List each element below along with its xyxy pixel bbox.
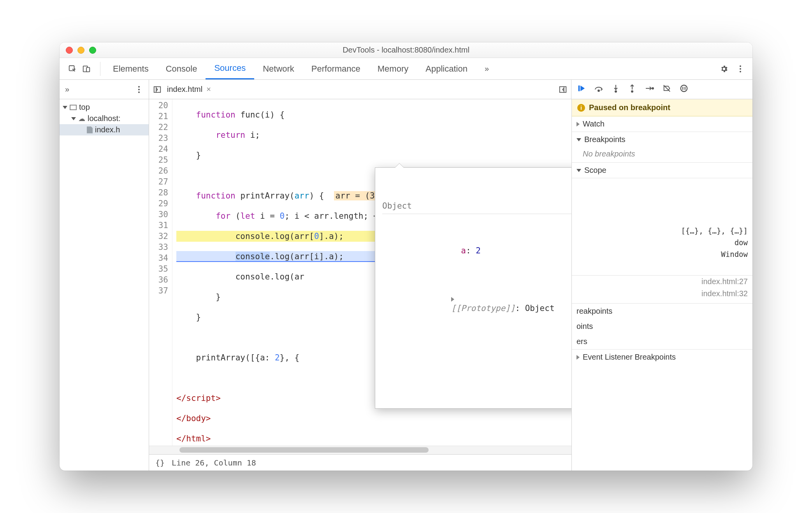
callstack-loc-1: index.html:32 (701, 289, 748, 298)
disclosure-triangle-icon (576, 122, 580, 126)
device-toolbar-icon[interactable] (82, 65, 91, 73)
annotation-arrow-icon (457, 150, 571, 225)
tab-console[interactable]: Console (157, 58, 206, 79)
debugger-panel: i Paused on breakpoint Watch Breakpoints… (571, 99, 752, 471)
file-tab-index[interactable]: index.html × (167, 85, 211, 94)
editor-statusbar: {} Line 26, Column 18 (149, 454, 571, 471)
tab-sources[interactable]: Sources (206, 58, 254, 79)
disclosure-triangle-icon (71, 117, 76, 120)
tab-elements[interactable]: Elements (104, 58, 157, 79)
toggle-navigator-icon[interactable] (153, 85, 162, 94)
breakpoints-empty: No breakpoints (572, 147, 752, 162)
tree-file-index[interactable]: index.h (60, 124, 149, 135)
panel-tabstrip: Elements Console Sources Network Perform… (60, 58, 752, 80)
scope-value-dow[interactable]: dow (572, 237, 752, 248)
tab-application[interactable]: Application (417, 58, 476, 79)
cursor-position: Line 26, Column 18 (172, 458, 256, 467)
main-area: top ☁ localhost: index.h 202122232425262… (60, 99, 752, 471)
breakpoints-label: Breakpoints (584, 135, 626, 144)
more-menu-icon[interactable] (736, 65, 745, 73)
svg-point-9 (652, 88, 654, 89)
disclosure-triangle-icon (576, 138, 581, 141)
titlebar: DevTools - localhost:8080/index.html (60, 42, 752, 58)
event-listener-breakpoints-header[interactable]: Event Listener Breakpoints (572, 349, 752, 365)
callstack-row-1[interactable]: index.html:32 (572, 288, 752, 300)
popup-proto-label: [[Prototype]] (451, 304, 515, 313)
popup-property-row[interactable]: a: 2 (382, 236, 571, 265)
toggle-debugger-icon[interactable] (559, 85, 567, 94)
tab-network[interactable]: Network (254, 58, 303, 79)
file-tab-close-icon[interactable]: × (206, 85, 211, 94)
popup-proto-val: Object (525, 304, 555, 313)
popup-prop-val: 2 (476, 246, 481, 255)
extra-section-1[interactable]: oints (572, 319, 752, 334)
watch-section-header[interactable]: Watch (572, 116, 752, 132)
svg-point-8 (631, 91, 633, 92)
tree-top-frame[interactable]: top (60, 102, 149, 113)
disclosure-triangle-icon (576, 169, 581, 172)
code-lines[interactable]: function func(i) { return i; } function … (172, 99, 571, 446)
disclosure-triangle-icon (63, 106, 67, 109)
file-icon (87, 126, 93, 134)
devtools-window: DevTools - localhost:8080/index.html Ele… (60, 42, 752, 471)
tree-file-label: index.h (95, 125, 120, 134)
popup-prop-key: a (461, 246, 466, 255)
frame-icon (70, 105, 77, 110)
paused-text: Paused on breakpoint (589, 103, 670, 112)
svg-rect-5 (578, 86, 580, 91)
info-icon: i (577, 104, 585, 112)
tree-top-label: top (79, 103, 90, 112)
tabs-overflow-button[interactable]: » (476, 58, 497, 79)
tree-host-label: localhost: (88, 114, 121, 123)
navigator-menu-icon[interactable] (135, 85, 143, 94)
pause-on-exceptions-icon[interactable] (680, 84, 688, 95)
step-out-icon[interactable] (628, 84, 636, 95)
extra-section-0[interactable]: reakpoints (572, 304, 752, 319)
scope-label: Scope (584, 166, 606, 175)
svg-point-10 (681, 85, 687, 92)
window-title: DevTools - localhost:8080/index.html (60, 46, 752, 54)
tab-performance[interactable]: Performance (303, 58, 369, 79)
inspect-element-icon[interactable] (68, 65, 77, 73)
sources-toolbar: » index.html × (60, 80, 752, 99)
horizontal-scrollbar[interactable] (149, 446, 571, 454)
svg-rect-2 (86, 67, 90, 72)
tab-memory[interactable]: Memory (369, 58, 417, 79)
cloud-icon: ☁ (78, 114, 85, 123)
step-over-icon[interactable] (594, 84, 603, 94)
resume-script-icon[interactable] (577, 84, 585, 95)
settings-gear-icon[interactable] (720, 65, 728, 73)
scope-value-arr[interactable]: [{…}, {…}, {…}] (572, 225, 752, 237)
disclosure-triangle-icon (451, 297, 454, 302)
scrollbar-thumb[interactable] (179, 447, 429, 453)
divider (100, 62, 100, 76)
popup-prototype-row[interactable]: [[Prototype]]: Object (382, 284, 571, 323)
pretty-print-icon[interactable]: {} (155, 458, 165, 467)
step-into-icon[interactable] (612, 84, 620, 95)
line-gutter[interactable]: 202122232425262728293031323334353637 (149, 99, 172, 446)
scope-section-header[interactable]: Scope (572, 163, 752, 178)
deactivate-breakpoints-icon[interactable] (663, 84, 671, 95)
code-editor: 202122232425262728293031323334353637 fun… (149, 99, 571, 471)
tree-host[interactable]: ☁ localhost: (60, 113, 149, 124)
navigator-sidebar: top ☁ localhost: index.h (60, 99, 149, 471)
step-icon[interactable] (645, 84, 654, 94)
file-tab-label: index.html (167, 85, 202, 94)
callstack-loc-0: index.html:27 (701, 277, 748, 286)
navigator-overflow-button[interactable]: » (65, 85, 69, 94)
breakpoints-section-header[interactable]: Breakpoints (572, 132, 752, 147)
svg-point-7 (615, 91, 617, 92)
extra-section-2[interactable]: ers (572, 334, 752, 349)
watch-label: Watch (583, 119, 605, 128)
svg-point-6 (598, 90, 599, 91)
scope-value-window[interactable]: Window (572, 248, 752, 260)
callstack-row-0[interactable]: index.html:27 (572, 276, 752, 288)
popup-notch-icon (395, 163, 404, 168)
paused-banner: i Paused on breakpoint (572, 99, 752, 116)
disclosure-triangle-icon (576, 355, 580, 360)
